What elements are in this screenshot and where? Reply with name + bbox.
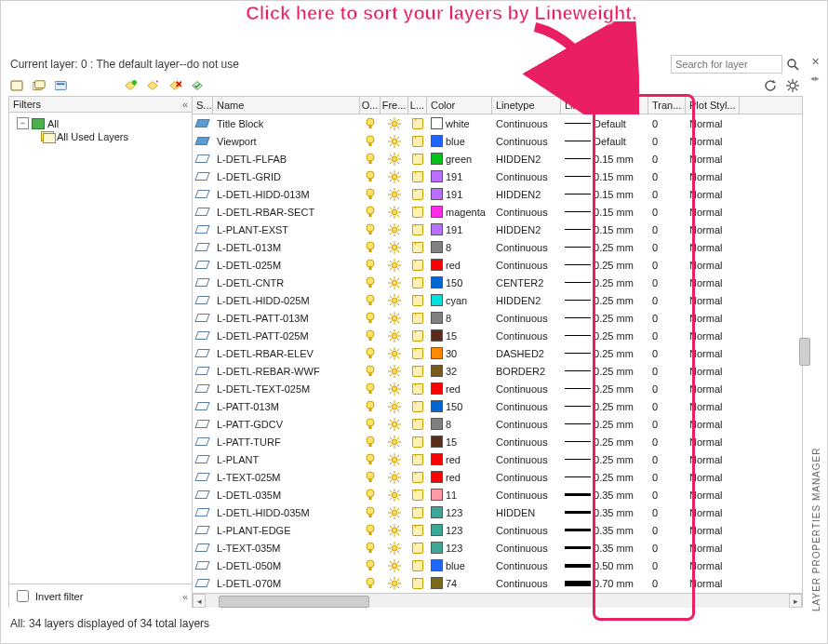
cell-plotstyle[interactable]: Normal — [686, 171, 740, 182]
cell-lock[interactable] — [408, 136, 427, 147]
cell-color[interactable]: blue — [427, 135, 492, 147]
cell-plotstyle[interactable]: Normal — [686, 224, 740, 235]
cell-plotstyle[interactable]: Normal — [686, 578, 740, 589]
cell-lineweight[interactable]: 0.25 mm — [561, 419, 648, 430]
bulb-icon[interactable] — [366, 188, 375, 201]
table-row[interactable]: L-PATT-GDCV8Continuous 0.25 mm0Normal — [193, 415, 802, 433]
cell-freeze[interactable] — [381, 241, 408, 254]
cell-lineweight[interactable]: 0.25 mm — [561, 401, 648, 412]
cell-transparency[interactable]: 0 — [648, 507, 686, 518]
cell-linetype[interactable]: CENTER2 — [492, 277, 561, 288]
search-input[interactable] — [671, 55, 782, 74]
cell-linetype[interactable]: Continuous — [492, 436, 561, 448]
cell-on[interactable] — [360, 294, 381, 307]
cell-color[interactable]: 150 — [427, 400, 492, 412]
cell-freeze[interactable] — [381, 577, 408, 590]
cell-lock[interactable] — [408, 330, 427, 342]
bulb-icon[interactable] — [366, 347, 375, 360]
padlock-icon[interactable] — [412, 366, 423, 377]
table-row[interactable]: L-DETL-RBAR-SECTmagentaContinuous 0.15 m… — [193, 203, 802, 221]
cell-color[interactable]: 15 — [427, 436, 492, 448]
cell-freeze[interactable] — [381, 117, 408, 130]
cell-transparency[interactable]: 0 — [648, 295, 686, 306]
new-layer-freeze-icon[interactable]: * — [146, 79, 159, 92]
color-swatch[interactable] — [431, 489, 443, 501]
padlock-icon[interactable] — [412, 189, 423, 200]
new-layer-icon[interactable] — [124, 79, 137, 92]
sun-icon[interactable] — [388, 542, 401, 555]
bulb-icon[interactable] — [366, 259, 375, 272]
cell-linetype[interactable]: HIDDEN — [492, 507, 561, 518]
bulb-icon[interactable] — [366, 223, 375, 236]
sun-icon[interactable] — [388, 312, 401, 325]
cell-lock[interactable] — [408, 525, 427, 536]
cell-lineweight[interactable]: 0.15 mm — [561, 171, 648, 182]
cell-plotstyle[interactable]: Normal — [686, 277, 740, 288]
scroll-thumb[interactable] — [219, 596, 369, 608]
scroll-right-icon[interactable]: ▸ — [789, 594, 802, 608]
cell-plotstyle[interactable]: Normal — [686, 560, 740, 571]
cell-on[interactable] — [360, 453, 381, 466]
table-row[interactable]: L-DETL-035M11Continuous 0.35 mm0Normal — [193, 486, 802, 503]
color-swatch[interactable] — [431, 241, 443, 253]
cell-color[interactable]: 11 — [427, 489, 492, 501]
cell-on[interactable] — [360, 188, 381, 201]
cell-linetype[interactable]: Continuous — [492, 578, 561, 589]
cell-lineweight[interactable]: 0.35 mm — [561, 507, 648, 518]
cell-linetype[interactable]: Continuous — [492, 419, 561, 430]
cell-transparency[interactable]: 0 — [648, 578, 686, 589]
sun-icon[interactable] — [388, 347, 401, 360]
table-row[interactable]: L-DETL-HIDD-013M191HIDDEN2 0.15 mm0Norma… — [193, 185, 802, 203]
padlock-icon[interactable] — [412, 436, 423, 448]
cell-lock[interactable] — [408, 313, 427, 324]
color-swatch[interactable] — [431, 135, 443, 147]
layer-states-icon[interactable] — [55, 79, 68, 92]
sun-icon[interactable] — [388, 259, 401, 272]
padlock-icon[interactable] — [412, 525, 423, 536]
table-row[interactable]: L-DETL-TEXT-025MredContinuous 0.25 mm0No… — [193, 380, 802, 397]
table-row[interactable]: L-DETL-REBAR-WWF32BORDER2 0.25 mm0Normal — [193, 362, 802, 380]
cell-lineweight[interactable]: 0.25 mm — [561, 242, 648, 253]
cell-linetype[interactable]: Continuous — [492, 543, 561, 554]
col-plotstyle[interactable]: Plot Styl...▲ — [686, 97, 740, 114]
cell-lineweight[interactable]: 0.15 mm — [561, 207, 648, 218]
cell-linetype[interactable]: Continuous — [492, 560, 561, 571]
bulb-icon[interactable] — [366, 453, 375, 466]
sun-icon[interactable] — [388, 577, 401, 590]
padlock-icon[interactable] — [412, 578, 423, 589]
cell-lineweight[interactable]: Default — [561, 118, 648, 129]
cell-color[interactable]: red — [427, 471, 492, 483]
bulb-icon[interactable] — [366, 135, 375, 148]
cell-on[interactable] — [360, 241, 381, 254]
cell-freeze[interactable] — [381, 170, 408, 183]
cell-freeze[interactable] — [381, 276, 408, 289]
table-row[interactable]: L-PATT-TURF15Continuous 0.25 mm0Normal — [193, 433, 802, 450]
padlock-icon[interactable] — [412, 313, 423, 324]
col-linetype[interactable]: Linetype — [492, 97, 561, 114]
cell-plotstyle[interactable]: Normal — [686, 401, 740, 412]
cell-plotstyle[interactable]: Normal — [686, 330, 740, 342]
padlock-icon[interactable] — [412, 154, 423, 165]
cell-on[interactable] — [360, 259, 381, 272]
cell-on[interactable] — [360, 312, 381, 325]
cell-color[interactable]: cyan — [427, 294, 492, 306]
cell-plotstyle[interactable]: Normal — [686, 207, 740, 218]
cell-color[interactable]: green — [427, 153, 492, 165]
cell-plotstyle[interactable]: Normal — [686, 189, 740, 200]
cell-linetype[interactable]: Continuous — [492, 401, 561, 412]
padlock-icon[interactable] — [412, 490, 423, 501]
table-row[interactable]: L-DETL-CNTR150CENTER2 0.25 mm0Normal — [193, 274, 802, 291]
cell-transparency[interactable]: 0 — [648, 277, 686, 288]
cell-color[interactable]: red — [427, 382, 492, 395]
cell-linetype[interactable]: Continuous — [492, 472, 561, 483]
vertical-scroll-thumb[interactable] — [799, 338, 810, 366]
cell-lineweight[interactable]: 0.35 mm — [561, 543, 648, 554]
sun-icon[interactable] — [388, 400, 401, 413]
cell-freeze[interactable] — [381, 223, 408, 236]
cell-color[interactable]: red — [427, 259, 492, 271]
col-color[interactable]: Color — [427, 97, 492, 114]
cell-transparency[interactable]: 0 — [648, 525, 686, 536]
cell-color[interactable]: 191 — [427, 223, 492, 235]
cell-color[interactable]: 8 — [427, 418, 492, 430]
new-group-filter-icon[interactable] — [33, 79, 46, 92]
